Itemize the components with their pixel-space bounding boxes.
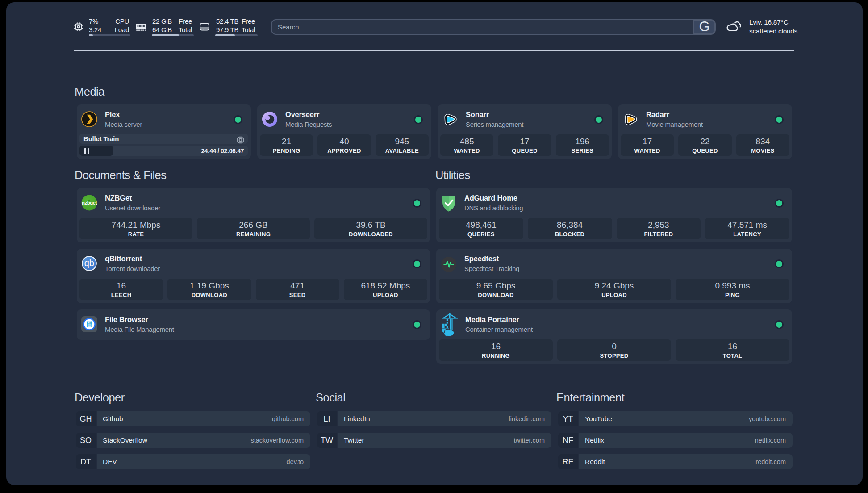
svg-text:qb: qb (84, 258, 94, 268)
svg-text:nzbget: nzbget (82, 200, 97, 205)
